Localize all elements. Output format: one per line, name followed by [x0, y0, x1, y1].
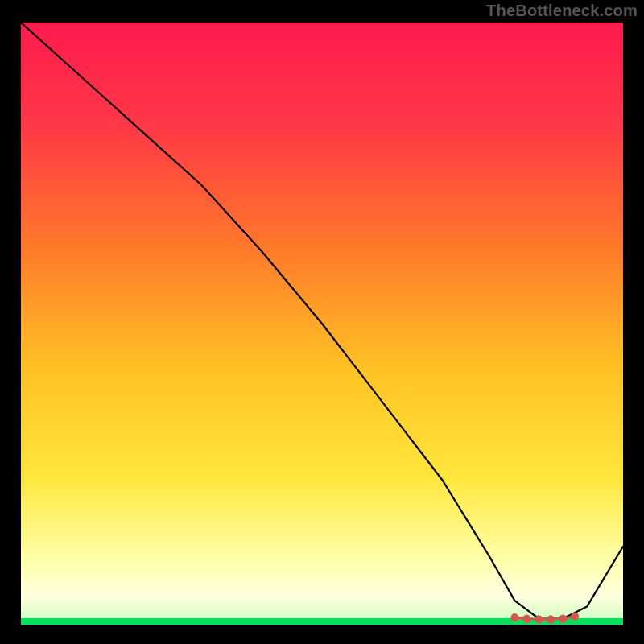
heat-gradient-rect: [21, 23, 623, 618]
optimal-marker: [547, 616, 555, 623]
optimal-marker: [511, 614, 518, 621]
optimal-marker: [559, 615, 567, 622]
plot-area: [21, 23, 623, 625]
chart-svg: [21, 23, 623, 625]
optimal-marker: [572, 613, 579, 620]
chart-frame: TheBottleneck.com: [0, 0, 644, 644]
optimal-marker: [523, 615, 530, 622]
optimal-marker: [535, 616, 543, 623]
attribution-label: TheBottleneck.com: [486, 2, 638, 20]
